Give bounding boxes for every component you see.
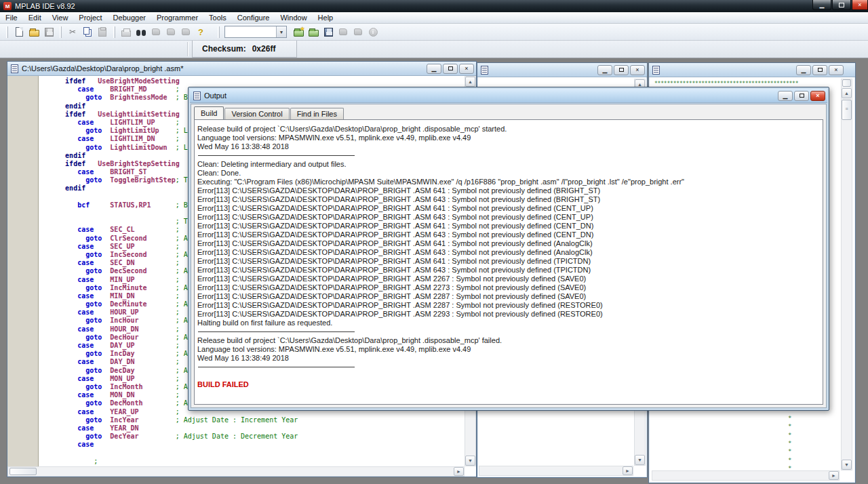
menu-edit[interactable]: Edit — [23, 13, 47, 22]
toolbar: ✂ ? ▼ i — [0, 24, 868, 41]
output-line: Error[113] C:\USERS\GAZDA\DESKTOP\DARA\P… — [197, 257, 823, 266]
editor3-vscrollbar[interactable]: ▲ ≡ ▼ — [841, 79, 852, 470]
editor-gutter[interactable] — [7, 76, 39, 466]
menu-view[interactable]: View — [47, 13, 74, 22]
editor-minimize-button[interactable]: ▁ — [427, 64, 441, 74]
editor-hscrollbar[interactable]: ► — [7, 466, 465, 477]
scroll-down-icon[interactable]: ▼ — [465, 456, 475, 466]
output-minimize-button[interactable]: ▁ — [778, 91, 793, 101]
app-close-button[interactable]: × — [852, 0, 868, 10]
editor3-hscrollbar[interactable]: ► — [652, 470, 840, 481]
output-line: Clean: Done. — [197, 169, 823, 178]
checksum-label: Checksum: — [202, 44, 246, 54]
editor-maximize-button[interactable] — [443, 64, 458, 74]
find-icon[interactable] — [134, 26, 148, 39]
editor3-minimize-button[interactable]: ▁ — [796, 65, 811, 75]
output-line — [197, 151, 823, 160]
output-line: Language tool versions: MPASMWIN.exe v5.… — [197, 345, 823, 354]
editor2-maximize-button[interactable] — [614, 65, 629, 75]
output-line: Error[113] C:\USERS\GAZDA\DESKTOP\DARA\P… — [197, 275, 823, 283]
open-file-icon[interactable] — [27, 26, 41, 39]
cut-icon[interactable]: ✂ — [66, 26, 79, 39]
divider — [187, 42, 189, 56]
output-maximize-button[interactable] — [794, 91, 809, 101]
build-config-input[interactable] — [229, 27, 276, 37]
scroll-right-icon[interactable]: ► — [454, 467, 464, 476]
output-line: Language tool versions: MPASMWIN.exe v5.… — [197, 134, 823, 142]
scroll-thumb[interactable]: ≡ — [842, 100, 852, 120]
save-file-icon[interactable] — [42, 26, 56, 39]
chevron-down-icon[interactable]: ▼ — [276, 26, 286, 37]
new-file-icon[interactable] — [12, 26, 26, 39]
output-title: Output — [204, 92, 776, 100]
save-workspace-icon[interactable] — [321, 26, 335, 39]
build-config-combobox[interactable]: ▼ — [224, 26, 287, 38]
asm-comment-star: * — [788, 423, 791, 430]
scroll-up-icon[interactable]: ▲ — [465, 77, 475, 87]
new-project-icon[interactable] — [292, 26, 305, 39]
checksum-value: 0x26ff — [252, 44, 276, 54]
help-icon[interactable]: ? — [194, 26, 208, 39]
checkpoint-icon[interactable] — [149, 26, 163, 39]
scroll-splitter[interactable] — [842, 79, 851, 87]
editor-titlebar[interactable]: C:\Users\Gazda\Desktop\Dara\prop_bright … — [7, 62, 476, 76]
menu-debugger[interactable]: Debugger — [108, 13, 151, 22]
scroll-thumb[interactable] — [9, 468, 37, 475]
output-line: BUILD FAILED — [197, 380, 823, 389]
editor3-close-button[interactable]: × — [829, 65, 844, 75]
bookmark-next-icon[interactable] — [179, 26, 193, 39]
code-line: goto DecYear ; Adjust Date : Decrement Y… — [45, 432, 465, 441]
tab-find-in-files[interactable]: Find in Files — [290, 108, 344, 119]
about-icon[interactable]: i — [366, 26, 380, 39]
output-line — [197, 327, 823, 336]
editor3-maximize-button[interactable] — [812, 65, 827, 75]
menu-file[interactable]: File — [0, 13, 23, 22]
open-project-icon[interactable] — [307, 26, 320, 39]
menu-programmer[interactable]: Programmer — [151, 13, 203, 22]
tab-build[interactable]: Build — [194, 106, 224, 119]
menu-window[interactable]: Window — [275, 13, 312, 22]
menu-project[interactable]: Project — [73, 13, 107, 22]
menu-configure[interactable]: Configure — [232, 13, 275, 22]
copy-icon[interactable] — [81, 26, 94, 39]
output-line: Error[113] C:\USERS\GAZDA\DESKTOP\DARA\P… — [197, 213, 823, 222]
app-maximize-button[interactable] — [832, 0, 851, 10]
tab-version-control[interactable]: Version Control — [224, 108, 289, 119]
scroll-right-icon[interactable]: ► — [623, 466, 633, 475]
editor2-hscrollbar[interactable]: ► — [479, 466, 633, 476]
bookmark-prev-icon[interactable] — [164, 26, 178, 39]
editor2-titlebar[interactable]: ▁ × — [477, 63, 647, 77]
output-line: Error[113] C:\USERS\GAZDA\DESKTOP\DARA\P… — [197, 283, 823, 292]
scroll-down-icon[interactable]: ▼ — [842, 460, 852, 470]
build-log[interactable]: Release build of project `C:\Users\Gazda… — [194, 119, 823, 405]
menu-tools[interactable]: Tools — [203, 13, 232, 22]
editor-title: C:\Users\Gazda\Desktop\Dara\prop_bright … — [22, 64, 425, 73]
menu-help[interactable]: Help — [313, 13, 339, 22]
editor3-titlebar[interactable]: ▁ × — [649, 63, 855, 77]
scroll-down-icon[interactable]: ▼ — [635, 455, 645, 465]
output-line: Error[113] C:\USERS\GAZDA\DESKTOP\DARA\P… — [197, 204, 823, 213]
output-line: Error[113] C:\USERS\GAZDA\DESKTOP\DARA\P… — [197, 310, 823, 319]
paste-icon[interactable] — [96, 26, 109, 39]
toolbar-grip[interactable] — [6, 26, 8, 38]
output-close-button[interactable]: × — [810, 91, 825, 101]
asm-comment-star: * — [788, 440, 791, 447]
editor-close-button[interactable]: × — [459, 64, 474, 74]
document-icon — [652, 66, 660, 75]
app-minimize-button[interactable]: ▁ — [812, 0, 831, 10]
app-titlebar[interactable]: M MPLAB IDE v8.92 ▁ × — [0, 0, 868, 12]
mplab-ide-window: M MPLAB IDE v8.92 ▁ × File Edit View Pro… — [0, 0, 868, 484]
output-titlebar[interactable]: Output ▁ × — [190, 89, 827, 103]
code-line: goto IncYear ; Adjust Date : Increment Y… — [45, 416, 465, 424]
toolbar-separator — [218, 26, 220, 38]
asm-comment-star: * — [788, 457, 791, 464]
print-icon[interactable] — [119, 26, 133, 39]
app-title: MPLAB IDE v8.92 — [15, 2, 75, 10]
scroll-up-icon[interactable]: ▲ — [842, 88, 852, 98]
program-target-icon[interactable] — [351, 26, 365, 39]
editor2-close-button[interactable]: × — [630, 65, 645, 75]
scroll-right-icon[interactable]: ► — [829, 471, 839, 480]
editor2-minimize-button[interactable]: ▁ — [597, 65, 612, 75]
output-line: Clean: Deleting intermediary and output … — [197, 160, 823, 169]
build-icon[interactable] — [336, 26, 350, 39]
